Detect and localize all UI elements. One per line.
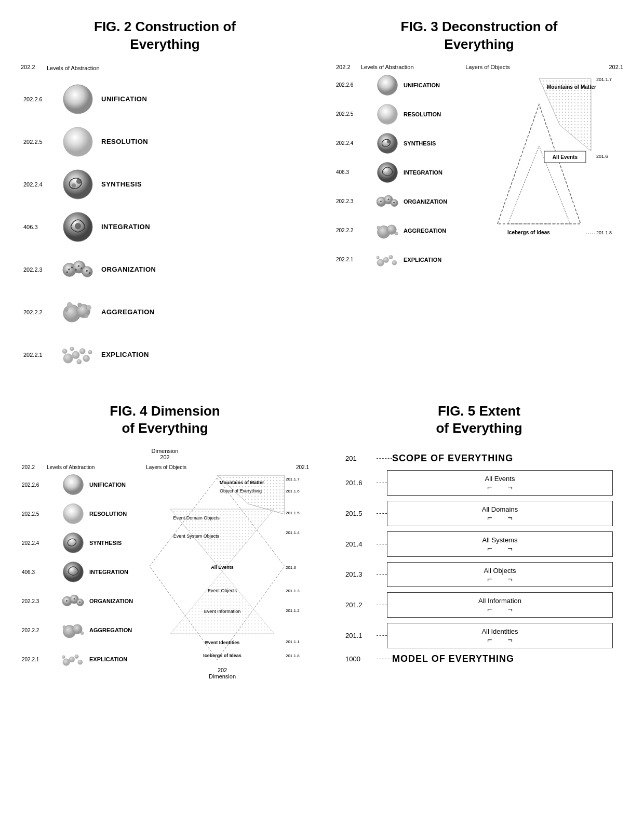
bracket-right-events: ¬: [508, 484, 513, 491]
fig5-row-model: 1000 MODEL OF EVERYTHING: [345, 653, 613, 664]
fig5-box-systems: All Systems ⌐ ¬: [387, 531, 613, 557]
fig2-label-unification: UNIFICATION: [101, 95, 147, 103]
svg-text:Icebergs of Ideas: Icebergs of Ideas: [203, 653, 242, 658]
bracket-left-systems: ⌐: [487, 545, 492, 552]
svg-text:Event Information: Event Information: [204, 609, 241, 614]
fig5-label-objects: All Objects: [393, 567, 607, 575]
fig5-bracket-identities: ⌐ ¬: [393, 637, 607, 644]
fig2-panel: FIG. 2 Construction of Everything 202.2 …: [10, 10, 319, 390]
fig5-dash-identities: [377, 635, 387, 636]
svg-point-12: [71, 266, 73, 269]
fig3-panel: FIG. 3 Deconstruction of Everything 202.…: [325, 10, 634, 390]
fig5-num-domains: 201.5: [345, 510, 377, 517]
fig4-layers-label: Layers of Objects: [146, 464, 186, 470]
svg-point-30: [62, 349, 67, 353]
fig3-text-res: RESOLUTION: [404, 111, 441, 117]
svg-point-50: [377, 259, 384, 266]
fig5-bracket-domains: ⌐ ¬: [393, 515, 607, 522]
svg-text:201.6: 201.6: [596, 154, 608, 159]
ball-explication: [62, 339, 93, 370]
fig2-num-integration: 406.3: [23, 224, 38, 230]
fig2-row-unification: 202.2.6 UNIFICATION: [62, 84, 309, 115]
fig5-row-identities: 201.1 All Identities ⌐ ¬: [345, 623, 613, 648]
fig3-text-agg: AGGREGATION: [404, 228, 446, 234]
ball-synthesis: [62, 169, 93, 200]
ball-aggregation: [62, 297, 93, 328]
bracket-left-events: ⌐: [487, 484, 492, 491]
fig5-label-scope: SCOPE OF EVERYTHING: [392, 453, 513, 464]
fig4-dim-num: 202: [21, 454, 309, 460]
svg-text:201.1.4: 201.1.4: [286, 530, 300, 535]
fig2-num-resolution: 202.2.5: [23, 139, 43, 145]
svg-text:201.1.7: 201.1.7: [596, 77, 612, 82]
fig5-box-information: All Information ⌐ ¬: [387, 592, 613, 618]
fig4-levels-label: Levels of Abstraction: [47, 464, 95, 470]
fig3-ball-agg: [377, 220, 398, 242]
svg-point-81: [81, 632, 84, 635]
page: FIG. 2 Construction of Everything 202.2 …: [10, 10, 634, 687]
bracket-right-systems: ¬: [508, 545, 513, 552]
svg-text:201.1.2: 201.1.2: [286, 608, 300, 613]
fig3-num-uni: 202.2.6: [336, 82, 353, 88]
fig4-row-uni: 202.2.6 UNIFICATION: [62, 474, 133, 496]
fig3-row-explication: 202.2.1 EXPLICATION: [377, 249, 447, 271]
svg-point-25: [84, 314, 88, 317]
svg-text:201.6: 201.6: [286, 565, 297, 570]
fig3-text-int: INTEGRATION: [404, 169, 442, 176]
fig3-ball-exp: [377, 249, 398, 271]
fig2-row-resolution: 202.2.5 RESOLUTION: [62, 126, 309, 157]
svg-point-24: [86, 305, 91, 310]
fig5-row-events: 201.6 All Events ⌐ ¬: [345, 470, 613, 496]
fig2-num-synthesis: 202.2.4: [23, 181, 43, 188]
svg-point-18: [89, 272, 91, 274]
fig4-row-int: 406.3 INTEGRATION: [62, 561, 133, 583]
fig3-text-exp: EXPLICATION: [404, 257, 441, 263]
fig3-row-organization: 202.2.3 ORGANIZATION: [377, 191, 447, 212]
fig4-right-num: 202.1: [296, 464, 309, 470]
svg-text:201.1.8: 201.1.8: [286, 653, 300, 658]
fig5-label-identities: All Identities: [393, 628, 607, 635]
svg-text:Event Identities: Event Identities: [205, 640, 240, 645]
fig5-row-systems: 201.4 All Systems ⌐ ¬: [345, 531, 613, 557]
svg-text:All Events: All Events: [553, 154, 578, 160]
fig4-dim-label: Dimension: [21, 448, 309, 454]
fig3-row-unification: 202.2.6 UNIFICATION: [377, 74, 447, 96]
fig2-levels-label: Levels of Abstraction: [47, 65, 100, 71]
fig3-diagram: Mountains of Matter 201.1.7 All Events 2…: [450, 73, 623, 239]
bracket-right-objects: ¬: [508, 576, 513, 583]
fig3-row-synthesis: 202.2.4 SYNTHESIS: [377, 132, 447, 154]
svg-point-77: [79, 602, 81, 603]
fig3-ball-res: [377, 103, 398, 125]
fig5-panel: FIG. 5 Extent of Everything 201 SCOPE OF…: [325, 395, 634, 688]
fig4-top-label: 202.2: [22, 464, 35, 470]
fig5-label-events: All Events: [393, 475, 607, 483]
svg-point-45: [393, 202, 395, 203]
svg-text:Icebergs of Ideas: Icebergs of Ideas: [507, 230, 550, 235]
svg-point-17: [86, 270, 88, 272]
ball-resolution: [62, 126, 93, 157]
fig3-levels-label: Levels of Abstraction: [361, 64, 414, 70]
fig5-num-objects: 201.3: [345, 570, 377, 578]
bracket-right-identities: ¬: [508, 637, 513, 644]
fig3-row-aggregation: 202.2.2 AGGREGATION: [377, 220, 447, 242]
svg-point-32: [70, 346, 74, 350]
fig5-diagram: 201 SCOPE OF EVERYTHING 201.6 All Events…: [335, 448, 623, 676]
svg-point-54: [377, 256, 379, 259]
fig3-text-org: ORGANIZATION: [404, 198, 447, 205]
fig3-num-int: 406.3: [336, 169, 349, 175]
svg-text:201.1.7: 201.1.7: [286, 477, 300, 482]
fig4-row-syn: 202.2.4 SYNTHESIS: [62, 532, 133, 554]
svg-point-38: [387, 140, 391, 143]
fig2-num-unification: 202.2.6: [23, 96, 43, 102]
ball-organization: [62, 254, 93, 285]
svg-point-10: [82, 266, 92, 277]
ball-unification: [62, 84, 93, 115]
fig3-row-resolution: 202.2.5 RESOLUTION: [377, 103, 447, 125]
svg-point-31: [77, 359, 82, 364]
fig5-box-domains: All Domains ⌐ ¬: [387, 501, 613, 526]
fig5-label-information: All Information: [393, 597, 607, 605]
fig5-dash-scope: [377, 458, 392, 459]
fig5-num-information: 201.2: [345, 601, 377, 609]
fig2-title: FIG. 2 Construction of Everything: [21, 18, 309, 54]
fig2-row-explication: 202.2.1: [62, 339, 309, 370]
